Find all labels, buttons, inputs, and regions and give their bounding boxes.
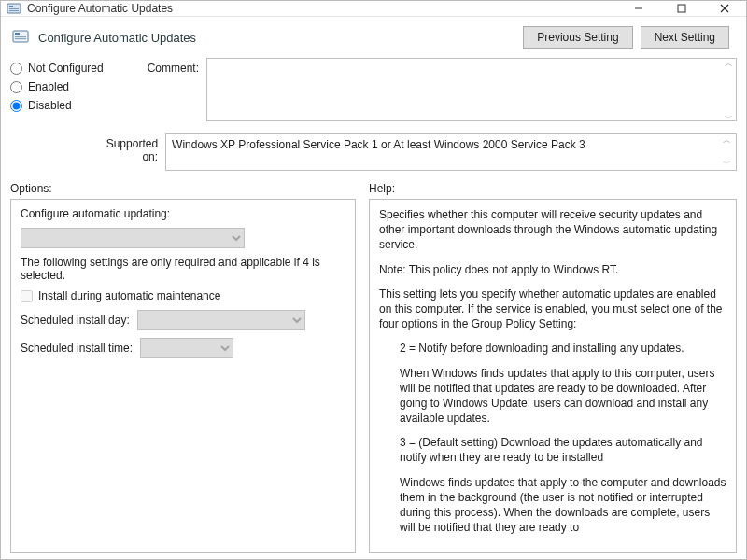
- options-label: Options:: [10, 182, 356, 195]
- radio-enabled-input[interactable]: [10, 81, 22, 93]
- scroll-down-icon: ﹀: [721, 160, 734, 168]
- window-root: Configure Automatic Updates Configure Au…: [0, 0, 747, 560]
- help-p5: When Windows finds updates that apply to…: [379, 366, 726, 427]
- configure-updating-select[interactable]: [21, 228, 245, 248]
- radio-disabled-input[interactable]: [10, 100, 22, 112]
- help-p1: Specifies whether this computer will rec…: [379, 207, 726, 253]
- supported-scroll-stubs: ︿﹀: [721, 136, 734, 168]
- scheduled-time-select[interactable]: [140, 338, 233, 358]
- svg-rect-9: [15, 33, 20, 35]
- panels: Configure automatic updating: The follow…: [10, 199, 737, 553]
- svg-rect-11: [15, 38, 26, 39]
- help-p4: 2 = Notify before downloading and instal…: [379, 341, 726, 356]
- scheduled-day-select[interactable]: [137, 310, 305, 330]
- install-maintenance-checkbox[interactable]: Install during automatic maintenance: [21, 289, 345, 302]
- comment-scroll-stubs: ︿﹀: [722, 60, 735, 122]
- scroll-up-icon: ︿: [722, 60, 735, 68]
- configure-updating-label: Configure automatic updating:: [21, 207, 345, 220]
- help-p6: 3 = (Default setting) Download the updat…: [379, 435, 726, 465]
- scheduled-time-label: Scheduled install time:: [21, 342, 133, 355]
- install-maintenance-input[interactable]: [21, 290, 33, 302]
- scroll-up-icon: ︿: [721, 136, 734, 145]
- nav-buttons: Previous Setting Next Setting: [523, 26, 729, 49]
- svg-rect-2: [9, 8, 19, 9]
- header-row: Configure Automatic Updates Previous Set…: [10, 22, 737, 56]
- titlebar: Configure Automatic Updates: [1, 1, 746, 17]
- help-p2: Note: This policy does not apply to Wind…: [379, 262, 726, 277]
- radio-not-configured[interactable]: Not Configured: [10, 62, 122, 75]
- app-icon: [7, 1, 21, 16]
- radio-not-configured-label: Not Configured: [28, 62, 104, 75]
- state-radio-group: Not Configured Enabled Disabled: [10, 58, 122, 112]
- state-and-comment-row: Not Configured Enabled Disabled Comment:…: [10, 56, 737, 128]
- policy-title: Configure Automatic Updates: [38, 31, 515, 45]
- help-panel: Specifies whether this computer will rec…: [369, 199, 737, 553]
- help-text-scroll[interactable]: Specifies whether this computer will rec…: [370, 200, 736, 552]
- radio-disabled-label: Disabled: [28, 99, 72, 112]
- supported-box: Windows XP Professional Service Pack 1 o…: [165, 133, 737, 171]
- next-setting-button[interactable]: Next Setting: [641, 26, 729, 49]
- scheduled-day-row: Scheduled install day:: [21, 310, 345, 330]
- window-title: Configure Automatic Updates: [27, 2, 617, 15]
- previous-setting-button[interactable]: Previous Setting: [523, 26, 632, 49]
- scroll-down-icon: ﹀: [722, 114, 735, 122]
- radio-enabled[interactable]: Enabled: [10, 80, 122, 93]
- policy-icon: [10, 27, 31, 48]
- radio-not-configured-input[interactable]: [10, 63, 22, 75]
- scheduled-time-row: Scheduled install time:: [21, 338, 345, 358]
- comment-label: Comment:: [122, 58, 206, 75]
- options-panel: Configure automatic updating: The follow…: [10, 199, 356, 553]
- comment-textarea[interactable]: [206, 58, 737, 121]
- supported-text: Windows XP Professional Service Pack 1 o…: [172, 138, 585, 151]
- help-label: Help:: [369, 182, 395, 195]
- options-note: The following settings are only required…: [21, 256, 345, 282]
- svg-rect-1: [9, 6, 13, 7]
- supported-label: Supported on:: [98, 133, 165, 171]
- supported-row: Supported on: Windows XP Professional Se…: [10, 128, 737, 176]
- close-button[interactable]: [703, 1, 746, 16]
- maximize-button[interactable]: [660, 1, 703, 16]
- section-labels: Options: Help:: [10, 182, 737, 195]
- svg-rect-5: [678, 5, 685, 12]
- svg-rect-10: [15, 36, 26, 37]
- window-controls: [617, 1, 746, 16]
- help-p7: Windows finds updates that apply to the …: [379, 475, 726, 536]
- scheduled-day-label: Scheduled install day:: [21, 314, 130, 327]
- install-maintenance-label: Install during automatic maintenance: [38, 289, 220, 302]
- minimize-button[interactable]: [617, 1, 660, 16]
- svg-rect-3: [9, 10, 19, 11]
- content-area: Configure Automatic Updates Previous Set…: [1, 17, 746, 560]
- radio-disabled[interactable]: Disabled: [10, 99, 122, 112]
- help-p3: This setting lets you specify whether au…: [379, 287, 726, 332]
- radio-enabled-label: Enabled: [28, 80, 69, 93]
